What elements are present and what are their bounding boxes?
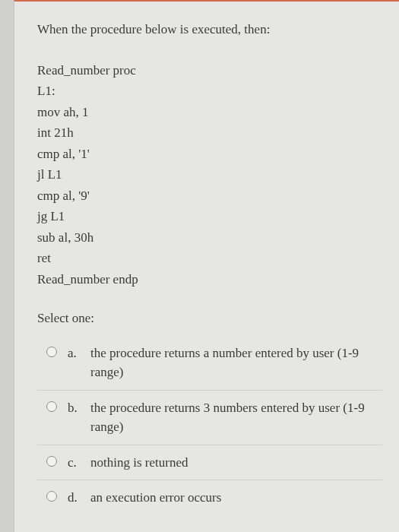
radio-icon[interactable] [46, 456, 57, 467]
question-card: When the procedure below is executed, th… [14, 0, 399, 532]
option-text: nothing is returned [90, 453, 382, 473]
option-b[interactable]: b. the procedure returns 3 numbers enter… [37, 390, 382, 445]
question-stem: When the procedure below is executed, th… [37, 20, 382, 40]
code-line: jg L1 [37, 207, 382, 226]
select-one-label: Select one: [37, 309, 382, 328]
code-line: cmp al, '1' [37, 144, 382, 164]
code-line: ret [37, 249, 382, 268]
radio-icon[interactable] [46, 401, 57, 412]
code-line: cmp al, '9' [37, 186, 382, 206]
code-line: int 21h [37, 123, 382, 143]
code-line: Read_number proc [37, 61, 382, 81]
code-block: Read_number proc L1: mov ah, 1 int 21h c… [37, 61, 382, 290]
radio-icon[interactable] [46, 347, 57, 357]
code-line: L1: [37, 81, 382, 101]
code-line: sub al, 30h [37, 228, 382, 248]
option-text: the procedure returns a number entered b… [90, 344, 382, 382]
option-text: an execution error occurs [90, 488, 382, 508]
page-left-margin [0, 0, 14, 532]
option-a[interactable]: a. the procedure returns a number entere… [37, 336, 382, 390]
options-list: a. the procedure returns a number entere… [37, 336, 382, 515]
code-line: mov ah, 1 [37, 103, 382, 122]
option-letter: d. [68, 488, 84, 508]
code-line: Read_number endp [37, 270, 382, 290]
option-letter: b. [68, 398, 84, 418]
code-line: jl L1 [37, 165, 382, 185]
option-d[interactable]: d. an execution error occurs [37, 480, 382, 515]
option-c[interactable]: c. nothing is returned [37, 445, 382, 480]
option-letter: a. [68, 344, 84, 363]
option-letter: c. [68, 453, 84, 473]
option-text: the procedure returns 3 numbers entered … [90, 398, 382, 437]
radio-icon[interactable] [46, 491, 57, 502]
